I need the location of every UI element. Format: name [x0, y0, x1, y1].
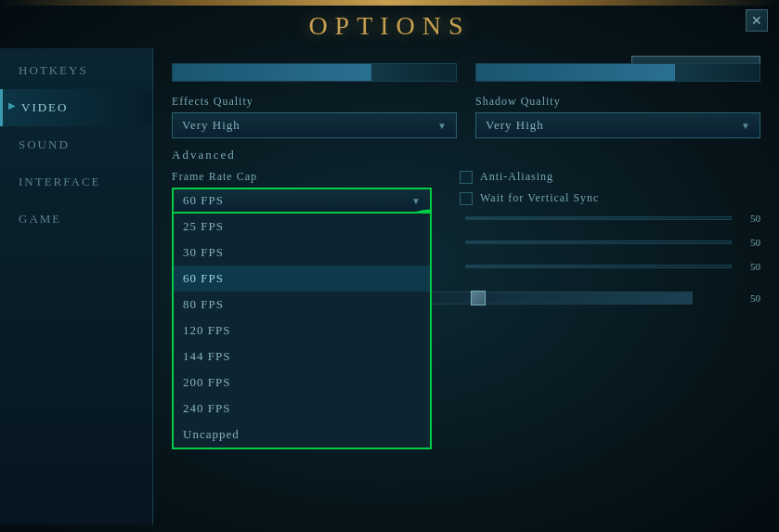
sidebar-item-game[interactable]: GAME — [0, 201, 152, 238]
effects-quality-label: Effects Quality — [172, 95, 457, 109]
effects-quality-col: Effects Quality Very High ▼ — [172, 95, 457, 138]
quality-dropdowns-row: Effects Quality Very High ▼ Shadow Quali… — [172, 95, 760, 138]
fps-option-144[interactable]: 144 FPS — [174, 344, 430, 370]
effects-quality-value: Very High — [182, 118, 240, 133]
frame-rate-dropdown-container: 60 FPS ▼ 25 FPS 30 FPS 6 — [172, 188, 432, 214]
page-title: OPTIONS — [308, 11, 470, 40]
anti-aliasing-row: Anti-Aliasing — [460, 170, 760, 184]
fps-option-60[interactable]: 60 FPS — [174, 266, 430, 292]
fps-option-25[interactable]: 25 FPS — [174, 214, 430, 240]
shadow-quality-value: Very High — [486, 118, 544, 133]
shadow-slider-bar — [475, 63, 760, 82]
frame-rate-col: Frame Rate Cap 60 FPS ▼ 25 FPS — [172, 170, 432, 285]
color-contrast-value: 50 — [737, 292, 760, 304]
fps-option-120[interactable]: 120 FPS — [174, 318, 430, 344]
frame-rate-selected-value: 60 FPS — [183, 193, 224, 208]
slider-b-track[interactable] — [465, 240, 732, 244]
effects-slider-fill — [173, 64, 371, 81]
frame-rate-dropdown-selected[interactable]: 60 FPS ▼ — [172, 188, 432, 214]
shadow-slider-fill — [476, 64, 675, 81]
effects-quality-arrow-icon: ▼ — [437, 121, 447, 131]
shadow-slider-col — [475, 63, 760, 87]
main-layout: HOTKEYS VIDEO SOUND INTERFACE GAME Resto… — [0, 48, 779, 525]
effects-quality-dropdown[interactable]: Very High ▼ — [172, 112, 457, 138]
page-background: OPTIONS ✕ HOTKEYS VIDEO SOUND INTERFACE … — [0, 0, 779, 532]
shadow-quality-dropdown[interactable]: Very High ▼ — [475, 112, 760, 138]
close-button[interactable]: ✕ — [746, 9, 768, 32]
slider-c-value: 50 — [737, 261, 760, 272]
vsync-label: Wait for Vertical Sync — [480, 191, 599, 205]
frame-rate-row: Frame Rate Cap 60 FPS ▼ 25 FPS — [172, 170, 760, 285]
slider-a-track[interactable] — [465, 216, 732, 220]
fps-option-240[interactable]: 240 FPS — [174, 396, 430, 422]
frame-rate-dropdown-list: 25 FPS 30 FPS 60 FPS 80 FPS — [172, 214, 432, 449]
top-sliders-row — [172, 63, 760, 87]
slider-b-row: 50 — [460, 237, 760, 248]
anti-aliasing-label: Anti-Aliasing — [480, 170, 553, 184]
vsync-checkbox[interactable] — [460, 192, 473, 205]
fps-option-80[interactable]: 80 FPS — [174, 292, 430, 318]
shadow-quality-arrow-icon: ▼ — [741, 121, 750, 131]
sidebar: HOTKEYS VIDEO SOUND INTERFACE GAME — [0, 48, 153, 525]
vsync-row: Wait for Vertical Sync — [460, 191, 760, 205]
slider-b-value: 50 — [737, 237, 760, 248]
effects-slider-bar — [172, 63, 457, 82]
frame-rate-arrow-icon: ▼ — [411, 196, 421, 206]
slider-c-row: 50 — [460, 261, 760, 272]
advanced-section-title: Advanced — [172, 148, 760, 162]
sidebar-item-interface[interactable]: INTERFACE — [0, 163, 152, 201]
right-sliders: 50 50 50 — [460, 213, 760, 272]
frame-rate-label: Frame Rate Cap — [172, 170, 432, 184]
sidebar-item-label: HOTKEYS — [19, 63, 88, 77]
anti-aliasing-checkbox[interactable] — [460, 171, 473, 184]
sidebar-item-label: INTERFACE — [19, 175, 101, 188]
advanced-label: Advanced — [172, 148, 236, 162]
slider-a-row: 50 — [460, 213, 760, 224]
sidebar-item-label: GAME — [19, 212, 61, 226]
sidebar-item-sound[interactable]: SOUND — [0, 126, 152, 163]
sidebar-item-hotkeys[interactable]: HOTKEYS — [0, 52, 152, 89]
effects-slider-col — [172, 63, 457, 87]
title-bar: OPTIONS ✕ — [0, 0, 779, 48]
shadow-quality-label: Shadow Quality — [475, 95, 760, 109]
color-contrast-handle[interactable] — [471, 291, 486, 305]
fps-option-200[interactable]: 200 FPS — [174, 370, 430, 396]
fps-option-30[interactable]: 30 FPS — [174, 240, 430, 266]
sidebar-item-label: VIDEO — [21, 100, 68, 114]
slider-a-value: 50 — [737, 213, 760, 224]
content-area: Restore Defaults Effects Quality — [153, 48, 779, 525]
sidebar-item-label: SOUND — [19, 137, 70, 151]
sidebar-item-video[interactable]: VIDEO — [0, 89, 152, 126]
fps-option-uncapped[interactable]: Uncapped — [174, 422, 430, 448]
shadow-quality-col: Shadow Quality Very High ▼ — [475, 95, 760, 138]
slider-c-track[interactable] — [465, 265, 732, 268]
right-options-col: Anti-Aliasing Wait for Vertical Sync 50 — [450, 170, 760, 285]
